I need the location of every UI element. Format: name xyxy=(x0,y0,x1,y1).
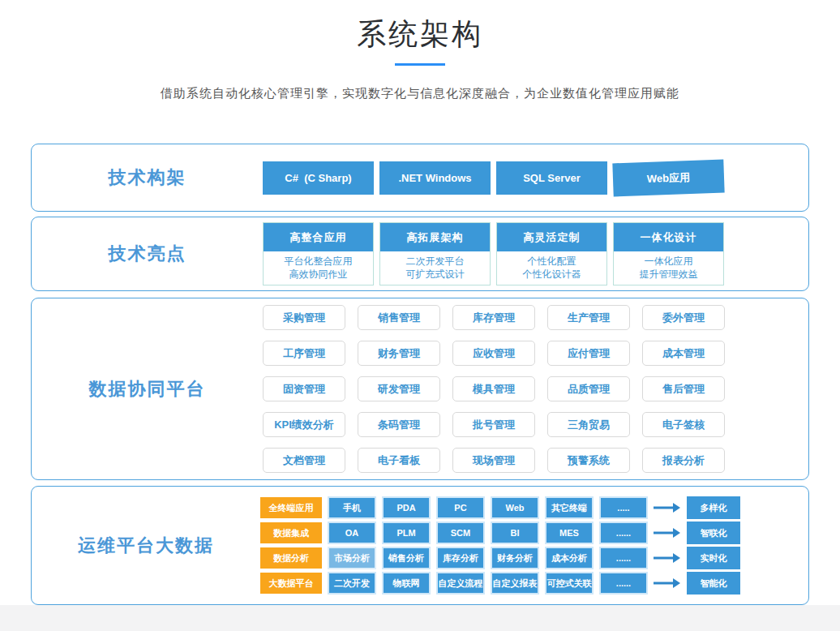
highlight-card-body: 个性化配置 个性化设计器 xyxy=(497,251,606,285)
page-title: 系统架构 xyxy=(0,18,840,50)
highlight-line: 个性化设计器 xyxy=(499,268,605,281)
module-grid: 采购管理 销售管理 库存管理 生产管理 委外管理 工序管理 财务管理 应收管理 … xyxy=(263,305,726,473)
big-data-rows: 全终端应用 手机 PDA PC Web 其它终端 ..... 多样化 数据集成 … xyxy=(260,496,740,595)
result-button: 实时化 xyxy=(687,547,740,569)
platform-item: MES xyxy=(545,522,594,544)
arrow-right-icon xyxy=(654,552,681,564)
highlight-card-header: 高整合应用 xyxy=(264,223,373,251)
platform-item: PDA xyxy=(382,496,431,519)
big-data-row-analysis: 数据分析 市场分析 销售分析 库存分析 财务分析 成本分析 ...... 实时化 xyxy=(260,547,740,569)
highlight-line: 平台化整合应用 xyxy=(265,255,371,268)
highlight-card-body: 二次开发平台 可扩充式设计 xyxy=(380,251,490,285)
section-data-platform: 数据协同平台 采购管理 销售管理 库存管理 生产管理 委外管理 工序管理 财务管… xyxy=(31,298,809,480)
module-chip: 生产管理 xyxy=(547,305,630,330)
highlight-card: 高拓展架构 二次开发平台 可扩充式设计 xyxy=(379,222,491,285)
category-button: 大数据平台 xyxy=(260,573,322,594)
tech-stack-buttons: C# (C Sharp) .NET Windows SQL Server Web… xyxy=(263,161,724,195)
title-underline xyxy=(395,63,445,66)
module-chip: 模具管理 xyxy=(452,376,535,401)
platform-item-more: ...... xyxy=(599,522,648,544)
sections-wrapper: 技术构架 C# (C Sharp) .NET Windows SQL Serve… xyxy=(31,144,809,605)
hero: 系统架构 借助系统自动化核心管理引擎，实现数字化与信息化深度融合，为企业数值化管… xyxy=(0,0,840,101)
result-button: 智能化 xyxy=(687,572,740,595)
module-chip: 三角贸易 xyxy=(547,412,630,437)
page-subtitle: 借助系统自动化核心管理引擎，实现数字化与信息化深度融合，为企业数值化管理应用赋能 xyxy=(0,85,840,101)
module-chip: 条码管理 xyxy=(358,412,440,437)
highlight-card: 一体化设计 一体化应用 提升管理效益 xyxy=(613,222,724,285)
highlight-card-header: 高灵活定制 xyxy=(497,223,606,251)
highlight-card: 高灵活定制 个性化配置 个性化设计器 xyxy=(496,222,607,285)
module-chip: 应付管理 xyxy=(547,341,630,366)
platform-item: 其它终端 xyxy=(545,496,594,519)
platform-item: 自定义报表 xyxy=(491,572,539,595)
tech-stack-item-sqlserver: SQL Server xyxy=(496,161,607,195)
platform-item: 库存分析 xyxy=(436,547,485,569)
category-button: 数据集成 xyxy=(260,522,322,543)
category-button: 全终端应用 xyxy=(260,497,322,518)
tech-stack-item-web: Web应用 xyxy=(612,159,724,196)
result-button: 多样化 xyxy=(687,496,740,519)
highlight-line: 一体化应用 xyxy=(615,255,722,268)
highlight-card-body: 平台化整合应用 高效协同作业 xyxy=(264,251,373,285)
module-chip: 现场管理 xyxy=(452,448,535,473)
module-chip: 库存管理 xyxy=(452,305,535,330)
section-highlights-label: 技术亮点 xyxy=(32,242,263,266)
platform-item: 自定义流程 xyxy=(436,572,485,595)
platform-item: BI xyxy=(491,522,539,544)
module-chip: 财务管理 xyxy=(358,341,440,366)
category-button: 数据分析 xyxy=(260,547,322,569)
module-chip: 委外管理 xyxy=(642,305,725,330)
module-chip: 应收管理 xyxy=(452,341,535,366)
platform-item: 市场分析 xyxy=(328,547,376,569)
module-chip: 销售管理 xyxy=(358,305,440,330)
platform-item: 财务分析 xyxy=(491,547,539,569)
platform-item-more: ...... xyxy=(599,547,648,569)
platform-item: PC xyxy=(436,496,485,519)
highlight-line: 高效协同作业 xyxy=(265,268,371,281)
section-tech-stack: 技术构架 C# (C Sharp) .NET Windows SQL Serve… xyxy=(31,144,809,212)
highlight-card-header: 一体化设计 xyxy=(614,223,723,251)
highlight-card-header: 高拓展架构 xyxy=(380,223,490,251)
arrow-right-icon xyxy=(654,502,681,513)
platform-item: SCM xyxy=(436,522,485,544)
platform-item: 销售分析 xyxy=(382,547,431,569)
platform-item: 物联网 xyxy=(382,572,431,595)
platform-item: 成本分析 xyxy=(545,547,594,569)
tech-stack-item-dotnet: .NET Windows xyxy=(379,161,491,195)
module-chip: 报表分析 xyxy=(642,448,725,473)
arrow-right-icon xyxy=(654,577,681,589)
platform-item: 可控式关联 xyxy=(545,572,594,595)
module-chip: 研发管理 xyxy=(358,376,440,401)
module-chip: 预警系统 xyxy=(547,448,630,473)
result-button: 智联化 xyxy=(687,522,740,544)
arrow-right-icon xyxy=(654,527,681,539)
section-big-data: 运维平台大数据 全终端应用 手机 PDA PC Web 其它终端 ..... 多… xyxy=(31,486,809,605)
platform-item: Web xyxy=(491,496,539,519)
highlight-line: 可扩充式设计 xyxy=(382,268,488,281)
platform-item: 手机 xyxy=(328,496,376,519)
module-chip: 品质管理 xyxy=(547,376,630,401)
section-data-platform-label: 数据协同平台 xyxy=(32,377,263,401)
platform-item: OA xyxy=(328,522,376,544)
section-highlights: 技术亮点 高整合应用 平台化整合应用 高效协同作业 高拓展架构 二次开发平台 可… xyxy=(31,217,809,291)
platform-item-more: ..... xyxy=(599,496,648,519)
section-tech-stack-label: 技术构架 xyxy=(32,165,263,190)
highlight-cards: 高整合应用 平台化整合应用 高效协同作业 高拓展架构 二次开发平台 可扩充式设计… xyxy=(263,222,724,285)
big-data-row-platform: 大数据平台 二次开发 物联网 自定义流程 自定义报表 可控式关联 ...... … xyxy=(260,572,740,595)
module-chip: 售后管理 xyxy=(642,376,725,401)
module-chip: 采购管理 xyxy=(263,305,345,330)
highlight-card: 高整合应用 平台化整合应用 高效协同作业 xyxy=(263,222,374,285)
highlight-line: 提升管理效益 xyxy=(615,268,722,281)
page-footer-strip xyxy=(0,605,840,631)
module-chip: 电子看板 xyxy=(358,448,440,473)
section-big-data-label: 运维平台大数据 xyxy=(32,534,260,558)
highlight-line: 个性化配置 xyxy=(499,255,605,268)
tech-stack-item-csharp: C# (C Sharp) xyxy=(263,161,374,195)
highlight-line: 二次开发平台 xyxy=(382,255,488,268)
platform-item: 二次开发 xyxy=(328,572,376,595)
highlight-card-body: 一体化应用 提升管理效益 xyxy=(614,251,723,285)
platform-item-more: ...... xyxy=(599,572,648,595)
module-chip: 固资管理 xyxy=(263,376,345,401)
module-chip: KPI绩效分析 xyxy=(263,412,345,437)
module-chip: 文档管理 xyxy=(263,448,345,473)
